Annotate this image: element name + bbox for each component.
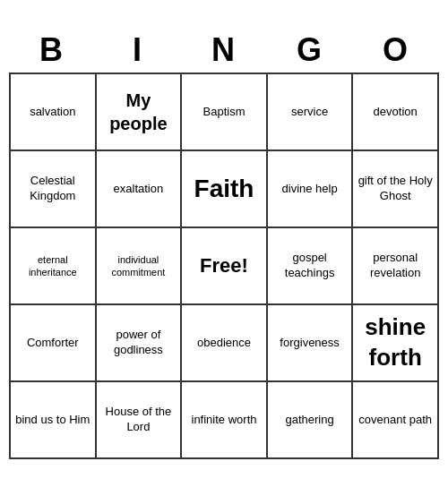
header-i: I — [95, 28, 181, 73]
bingo-cell[interactable]: individual commitment — [97, 228, 183, 305]
bingo-cell[interactable]: Baptism — [182, 74, 268, 151]
bingo-cell[interactable]: obedience — [182, 305, 268, 382]
bingo-cell[interactable]: service — [268, 74, 354, 151]
bingo-cell[interactable]: salvation — [11, 74, 97, 151]
header-g: G — [267, 28, 353, 73]
bingo-cell[interactable]: infinite worth — [182, 382, 268, 459]
bingo-cell[interactable]: devotion — [353, 74, 439, 151]
bingo-cell[interactable]: exaltation — [97, 151, 183, 228]
header-b: B — [9, 28, 95, 73]
bingo-cell[interactable]: Celestial Kingdom — [11, 151, 97, 228]
bingo-cell[interactable]: My people — [97, 74, 183, 151]
bingo-cell[interactable]: shine forth — [353, 305, 439, 382]
bingo-header: B I N G O — [9, 28, 439, 73]
bingo-cell[interactable]: forgiveness — [268, 305, 354, 382]
bingo-card: B I N G O salvationMy peopleBaptismservi… — [9, 28, 439, 459]
bingo-cell[interactable]: Free! — [182, 228, 268, 305]
bingo-cell[interactable]: divine help — [268, 151, 354, 228]
bingo-cell[interactable]: Faith — [182, 151, 268, 228]
header-n: N — [181, 28, 267, 73]
bingo-cell[interactable]: Comforter — [11, 305, 97, 382]
bingo-cell[interactable]: gathering — [268, 382, 354, 459]
bingo-cell[interactable]: personal revelation — [353, 228, 439, 305]
bingo-cell[interactable]: House of the Lord — [97, 382, 183, 459]
bingo-cell[interactable]: covenant path — [353, 382, 439, 459]
bingo-cell[interactable]: power of godliness — [97, 305, 183, 382]
header-o: O — [353, 28, 439, 73]
bingo-cell[interactable]: eternal inheritance — [11, 228, 97, 305]
bingo-grid: salvationMy peopleBaptismservicedevotion… — [9, 73, 439, 459]
bingo-cell[interactable]: gift of the Holy Ghost — [353, 151, 439, 228]
bingo-cell[interactable]: gospel teachings — [268, 228, 354, 305]
bingo-cell[interactable]: bind us to Him — [11, 382, 97, 459]
